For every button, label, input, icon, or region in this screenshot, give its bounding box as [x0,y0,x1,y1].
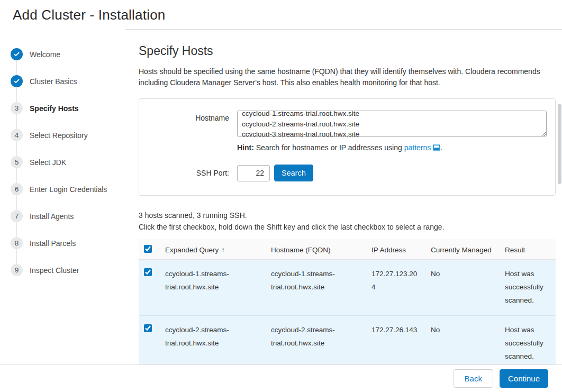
step-complete-check-icon [11,75,23,87]
row-checkbox-cell [139,260,160,316]
step-number: 4 [11,129,23,141]
sidebar-item-label: Select JDK [30,158,66,167]
result-cell: Host was successfully scanned. [500,316,556,372]
column-header-result[interactable]: Result [500,240,556,260]
result-cell: Host was successfully scanned. [500,260,556,316]
patterns-popup-icon [433,144,440,151]
sidebar-item-select-jdk[interactable]: 5 Select JDK [11,149,125,176]
back-button[interactable]: Back [454,369,493,388]
hostname-hint: Hint: Search for hostnames or IP address… [237,143,547,152]
section-title: Specify Hosts [139,44,556,58]
table-row: ccycloud-2.streams-trial.root.hwx.site c… [139,316,556,372]
sidebar-item-welcome[interactable]: Welcome [11,41,125,68]
hint-label: Hint: [237,143,254,152]
hostname-cell: ccycloud-2.streams-trial.root.hwx.site [266,316,366,372]
scan-instruction-line: Click the first checkbox, hold down the … [139,223,444,231]
continue-button[interactable]: Continue [500,369,548,388]
table-row: ccycloud-1.streams-trial.root.hwx.site c… [139,260,556,316]
sidebar-item-install-parcels[interactable]: 8 Install Parcels [11,230,125,257]
ssh-port-label: SSH Port: [139,169,237,177]
table-header-row: Expanded Query↑ Hostname (FQDN) IP Addre… [139,240,556,260]
host-search-form: Hostname ccycloud-1.streams-trial.root.h… [139,98,556,196]
sidebar-item-specify-hosts[interactable]: 3 Specify Hosts [11,95,125,122]
scan-summary: 3 hosts scanned, 3 running SSH. Click th… [139,210,556,233]
wizard-sidebar: Welcome Cluster Basics 3 Specify Hosts 4… [0,29,125,386]
select-all-cell [139,240,160,260]
ip-cell: 172.27.123.204 [366,260,425,316]
sidebar-item-install-agents[interactable]: 7 Install Agents [11,203,125,230]
search-button[interactable]: Search [274,165,313,181]
managed-cell: No [425,260,500,316]
step-number: 9 [11,264,23,276]
sidebar-item-label: Select Repository [30,131,88,140]
page-title: Add Cluster - Installation [13,7,562,23]
column-header-hostname[interactable]: Hostname (FQDN) [266,240,366,260]
column-header-ip[interactable]: IP Address [366,240,425,260]
row-checkbox[interactable] [144,324,152,332]
sidebar-item-cluster-basics[interactable]: Cluster Basics [11,68,125,95]
step-number: 3 [11,102,23,114]
sidebar-item-label: Specify Hosts [30,104,79,113]
sidebar-item-label: Inspect Cluster [30,266,79,275]
sidebar-item-label: Install Agents [30,212,74,221]
page-scrollbar[interactable] [558,104,561,184]
sidebar-item-label: Enter Login Credentials [30,185,107,194]
sort-ascending-icon: ↑ [221,246,225,254]
sidebar-item-enter-login-credentials[interactable]: 6 Enter Login Credentials [11,176,125,203]
column-header-expanded-query[interactable]: Expanded Query↑ [160,240,266,260]
main-content: Specify Hosts Hosts should be specified … [125,29,562,386]
row-checkbox[interactable] [144,268,152,276]
step-number: 6 [11,183,23,195]
hostname-cell: ccycloud-1.streams-trial.root.hwx.site [266,260,366,316]
section-description: Hosts should be specified using the same… [139,66,549,88]
hostname-textarea[interactable]: ccycloud-1.streams-trial.root.hwx.site c… [237,111,547,137]
step-number: 7 [11,210,23,222]
sidebar-item-select-repository[interactable]: 4 Select Repository [11,122,125,149]
expanded-query-cell: ccycloud-2.streams-trial.root.hwx.site [160,316,266,372]
step-number: 8 [11,237,23,249]
patterns-link[interactable]: patterns [404,143,431,152]
step-complete-check-icon [11,48,23,60]
ip-cell: 172.27.26.143 [366,316,425,372]
column-header-managed[interactable]: Currently Managed [425,240,500,260]
wizard-steps: Welcome Cluster Basics 3 Specify Hosts 4… [11,41,125,284]
ssh-port-input[interactable] [237,165,270,181]
hostname-label: Hostname [139,111,237,122]
expanded-query-cell: ccycloud-1.streams-trial.root.hwx.site [160,260,266,316]
sidebar-item-label: Install Parcels [30,239,76,248]
scan-summary-line: 3 hosts scanned, 3 running SSH. [139,211,247,220]
select-all-checkbox[interactable] [144,245,152,253]
sidebar-item-label: Welcome [30,50,60,59]
row-checkbox-cell [139,316,160,372]
wizard-footer: Back Continue [0,364,562,392]
managed-cell: No [425,316,500,372]
sidebar-item-label: Cluster Basics [30,77,77,86]
hint-text: Search for hostnames or IP addresses usi… [254,143,404,152]
hint-period: . [440,143,442,152]
step-number: 5 [11,156,23,168]
page-header: Add Cluster - Installation [0,0,562,29]
sidebar-item-inspect-cluster[interactable]: 9 Inspect Cluster [11,257,125,284]
